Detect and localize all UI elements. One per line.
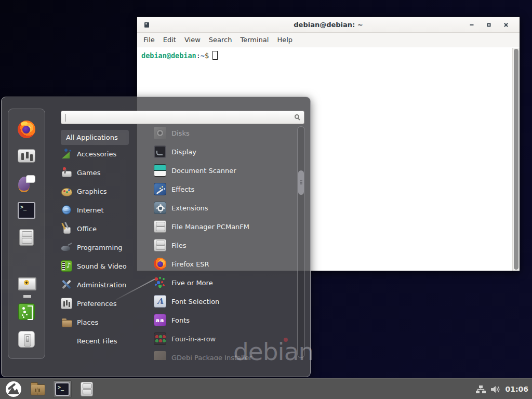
category-label: Internet [77, 206, 104, 214]
search-input[interactable] [61, 111, 304, 124]
application-menu: All ApplicationsAccessoriesGamesGraphics… [1, 97, 311, 377]
category-item-accessories[interactable]: Accessories [61, 144, 148, 163]
disks-icon [154, 127, 166, 139]
app-label: Effects [171, 185, 194, 193]
places-icon [61, 316, 72, 328]
volume-icon[interactable] [490, 385, 500, 394]
gdebi-icon [154, 351, 166, 360]
settings-mixer-favorite-button[interactable] [17, 146, 36, 166]
app-item-display[interactable]: Display [147, 142, 297, 161]
terminal-scrollbar[interactable] [512, 48, 520, 271]
office-icon [61, 223, 72, 234]
terminal-titlebar[interactable]: debian@debian: ~ [137, 17, 520, 33]
app-label: Five or More [171, 279, 213, 287]
system-tray: 01:06 [476, 379, 528, 399]
log-out-button[interactable] [17, 302, 36, 322]
prompt-symbol: $ [205, 51, 209, 60]
document-scanner-icon [154, 164, 166, 177]
firefox-icon [18, 121, 35, 138]
category-item-preferences[interactable]: Preferences [61, 294, 148, 313]
app-item-five-or-more[interactable]: Five or More [147, 273, 297, 292]
category-item-all-applications[interactable]: All Applications [61, 130, 129, 145]
app-item-disks[interactable]: Disks [147, 125, 297, 142]
file-manager-launcher[interactable] [29, 380, 47, 398]
category-label: Preferences [77, 300, 116, 308]
terminal-menu-search[interactable]: Search [205, 34, 236, 45]
category-label: Games [77, 169, 100, 177]
debian-watermark: debian [233, 337, 313, 366]
app-item-firefox-esr[interactable]: Firefox ESR [147, 255, 297, 273]
admin-icon [61, 279, 72, 290]
lock-screen-button[interactable] [17, 275, 36, 295]
app-label: Fonts [171, 316, 190, 324]
terminal-menu-help[interactable]: Help [273, 34, 297, 45]
app-item-document-scanner[interactable]: Document Scanner [147, 161, 297, 180]
prompt-path: ~ [201, 51, 205, 60]
category-label: Accessories [77, 150, 116, 158]
app-label: Extensions [171, 204, 208, 212]
terminal-scrollbar-thumb[interactable] [514, 49, 518, 270]
terminal-menu-terminal[interactable]: Terminal [236, 34, 273, 45]
file-cabinet-icon [19, 229, 34, 246]
menu-scrollbar[interactable] [297, 126, 305, 358]
firefox-icon [154, 258, 166, 270]
terminal-menu-file[interactable]: File [139, 34, 159, 45]
app-item-file-manager-pcmanfm[interactable]: File Manager PCManFM [147, 217, 297, 236]
search-icon [295, 114, 299, 119]
games-icon [61, 167, 72, 178]
app-item-fonts[interactable]: Fonts [147, 311, 297, 329]
app-label: Four-in-a-row [171, 335, 216, 343]
shut-down-button[interactable] [17, 329, 36, 349]
category-item-games[interactable]: Games [61, 163, 148, 182]
close-icon[interactable] [497, 17, 514, 33]
app-label: Display [171, 148, 196, 156]
category-label: Office [77, 225, 97, 233]
category-item-office[interactable]: Office [61, 219, 148, 238]
terminal-prompt: debian@debian:~$ [141, 51, 209, 60]
firefox-favorite-button[interactable] [17, 119, 36, 139]
app-item-extensions[interactable]: Extensions [147, 198, 297, 217]
category-item-sound-video[interactable]: Sound & Video [61, 257, 148, 275]
category-item-places[interactable]: Places [61, 313, 148, 331]
terminal-favorite-button[interactable] [17, 201, 36, 220]
extensions-icon [154, 202, 166, 214]
category-label: Places [77, 318, 98, 326]
taskbar: 01:06 [0, 378, 532, 399]
app-item-font-selection[interactable]: Font Selection [147, 292, 297, 311]
files-task-button[interactable] [77, 380, 96, 398]
display-icon [154, 145, 166, 158]
category-item-programming[interactable]: Programming [61, 238, 148, 257]
category-item-internet[interactable]: Internet [61, 201, 148, 219]
app-item-effects[interactable]: Effects [147, 180, 297, 198]
sound-icon [61, 260, 72, 272]
watermark-text: debian [233, 337, 313, 366]
maximize-icon[interactable] [480, 17, 497, 33]
fonts-icon [154, 314, 166, 326]
terminal-icon [55, 382, 70, 396]
clock[interactable]: 01:06 [505, 385, 528, 393]
file-manager-icon [154, 220, 166, 233]
terminal-menu-edit[interactable]: Edit [159, 34, 180, 45]
menu-scrollbar-thumb[interactable] [298, 170, 304, 195]
app-label: File Manager PCManFM [171, 223, 249, 231]
lock-screen-icon [18, 276, 35, 293]
network-icon[interactable] [476, 385, 486, 394]
file-manager-favorite-button[interactable] [17, 228, 36, 247]
minimize-icon[interactable] [463, 17, 480, 33]
terminal-menu-view[interactable]: View [180, 34, 205, 45]
terminal-icon [18, 202, 35, 219]
category-item-graphics[interactable]: Graphics [61, 182, 148, 201]
shut-down-icon [18, 331, 35, 348]
font-selection-icon [154, 295, 166, 308]
app-label: Disks [171, 129, 190, 137]
files-icon [154, 239, 166, 251]
log-out-icon [18, 303, 35, 320]
menu-button[interactable] [4, 380, 23, 398]
four-in-a-row-icon [154, 332, 166, 345]
terminal-task-button[interactable] [53, 380, 72, 398]
app-item-files[interactable]: Files [147, 236, 297, 255]
internet-icon [61, 204, 72, 216]
pidgin-favorite-button[interactable] [17, 174, 36, 193]
category-item-administration[interactable]: Administration [61, 275, 148, 294]
category-item-recent-files[interactable]: Recent Files [61, 331, 148, 350]
